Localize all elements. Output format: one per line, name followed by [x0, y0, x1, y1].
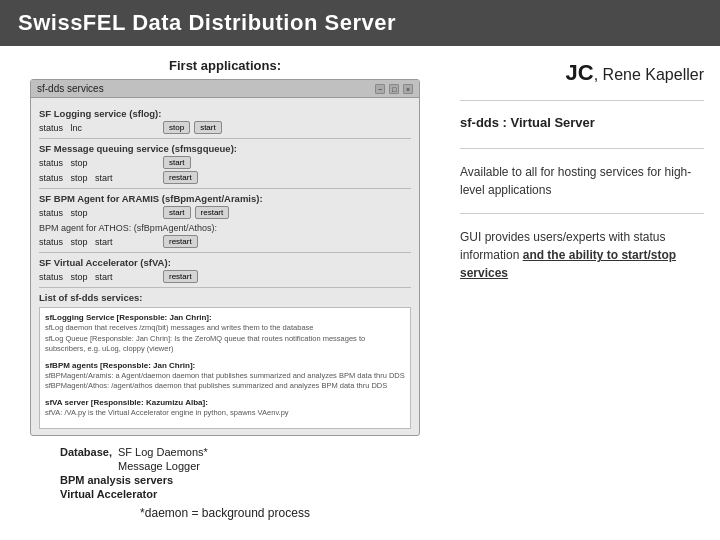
- annotation-row-msglogger: Message Logger: [60, 460, 420, 472]
- info-block-sf-dds: sf-dds : Virtual Server: [460, 115, 704, 134]
- annotation-va-label: Virtual Accelerator: [60, 488, 157, 500]
- gui-window: sf-dds services − □ × SF Logging service…: [30, 79, 420, 436]
- gui-btn-restart-bpm[interactable]: restart: [195, 206, 230, 219]
- bottom-label: *daemon = background process: [30, 506, 420, 520]
- gui-divider-1: [39, 138, 411, 139]
- list-entry-title-1: sfLogging Service [Responsble: Jan Chrin…: [45, 312, 405, 323]
- gui-service-row-bpm-2: status stop start restart: [39, 235, 411, 248]
- gui-divider-3: [39, 252, 411, 253]
- right-divider-2: [460, 148, 704, 149]
- annotation-row-bpm: BPM analysis servers: [60, 474, 420, 486]
- gui-btn-start-bpm[interactable]: start: [163, 206, 191, 219]
- annotation-msglogger-text: Message Logger: [118, 460, 200, 472]
- gui-service-row-msgqueue-2: status stop start restart: [39, 171, 411, 184]
- gui-service-name-msgqueue-1: status stop: [39, 158, 159, 168]
- gui-divider-4: [39, 287, 411, 288]
- list-item: sfBPM agents [Responsble: Jan Chrin]: sf…: [45, 360, 405, 392]
- jc-header: JC, Rene Kapeller: [460, 60, 704, 86]
- first-applications-label: First applications:: [169, 58, 281, 73]
- gui-service-name-logging: status lnc: [39, 123, 159, 133]
- annotation-row-database: Database, SF Log Daemons*: [60, 446, 420, 458]
- list-entry-title-3: sfVA server [Responsible: Kazumizu Alba]…: [45, 397, 405, 408]
- right-column: JC, Rene Kapeller sf-dds : Virtual Serve…: [450, 46, 720, 536]
- gui-btn-start-logging[interactable]: start: [194, 121, 222, 134]
- gui-service-name-msgqueue-2: status stop start: [39, 173, 159, 183]
- page-title: SwissFEL Data Distribution Server: [18, 10, 396, 35]
- jc-authors: , Rene Kapeller: [594, 66, 704, 83]
- gui-section-msgqueue: SF Message queuing service (sfmsgqueue):: [39, 143, 411, 154]
- list-item: sfVA server [Responsible: Kazumizu Alba]…: [45, 397, 405, 419]
- list-entry-desc-2: sfBPMagent/Aramis: a Agent/daemon daemon…: [45, 371, 405, 392]
- info-block-gui: GUI provides users/experts with status i…: [460, 228, 704, 282]
- gui-service-row-bpm-1: status stop start restart: [39, 206, 411, 219]
- left-column: First applications: sf-dds services − □ …: [0, 46, 450, 536]
- gui-service-row-va: status stop start restart: [39, 270, 411, 283]
- annotation-bpm-label: BPM analysis servers: [60, 474, 173, 486]
- gui-service-row-logging: status lnc stop start: [39, 121, 411, 134]
- gui-btn-restart-bpm-athos[interactable]: restart: [163, 235, 198, 248]
- gui-service-name-va: status stop start: [39, 272, 159, 282]
- gui-titlebar: sf-dds services − □ ×: [31, 80, 419, 98]
- right-divider-1: [460, 100, 704, 101]
- gui-close-btn[interactable]: ×: [403, 84, 413, 94]
- gui-btn-restart-va[interactable]: restart: [163, 270, 198, 283]
- annotations-area: Database, SF Log Daemons* Message Logger…: [30, 444, 420, 502]
- gui-btn-start-msgqueue[interactable]: start: [163, 156, 191, 169]
- list-entry-desc-1: sfLog daemon that receives /zmq(bit) mes…: [45, 323, 405, 355]
- gui-btn-stop-logging[interactable]: stop: [163, 121, 190, 134]
- info-block-available: Available to all for hosting services fo…: [460, 163, 704, 199]
- gui-list-title: List of sf-dds services:: [39, 292, 411, 303]
- gui-divider-2: [39, 188, 411, 189]
- gui-service-name-bpm-1: status stop: [39, 208, 159, 218]
- right-divider-3: [460, 213, 704, 214]
- page-header: SwissFEL Data Distribution Server: [0, 0, 720, 46]
- gui-list-area: sfLogging Service [Responsble: Jan Chrin…: [39, 307, 411, 429]
- gui-window-title: sf-dds services: [37, 83, 104, 94]
- gui-maximize-btn[interactable]: □: [389, 84, 399, 94]
- gui-btn-restart-msgqueue[interactable]: restart: [163, 171, 198, 184]
- info-title-sf-dds: sf-dds : Virtual Server: [460, 115, 704, 130]
- gui-service-name-bpm-2: status stop start: [39, 237, 159, 247]
- gui-titlebar-buttons: − □ ×: [375, 84, 413, 94]
- highlight-start-stop: and the ability to start/stop services: [460, 248, 676, 280]
- gui-section-va: SF Virtual Accelerator (sfVA):: [39, 257, 411, 268]
- gui-body: SF Logging service (sflog): status lnc s…: [31, 98, 419, 435]
- info-body-gui: GUI provides users/experts with status i…: [460, 228, 704, 282]
- gui-section-bpm-aramis: SF BPM Agent for ARAMIS (sfBpmAgent/Aram…: [39, 193, 411, 204]
- annotation-row-va: Virtual Accelerator: [60, 488, 420, 500]
- gui-section-bpm-athos: BPM agent for ATHOS: (sfBpmAgent/Athos):: [39, 223, 411, 233]
- list-entry-desc-3: sfVA: /VA.py is the Virtual Accelerator …: [45, 408, 405, 419]
- main-content: First applications: sf-dds services − □ …: [0, 46, 720, 536]
- jc-initials: JC: [566, 60, 594, 85]
- annotation-database-label: Database,: [60, 446, 112, 458]
- list-item: sfLogging Service [Responsble: Jan Chrin…: [45, 312, 405, 355]
- gui-minimize-btn[interactable]: −: [375, 84, 385, 94]
- annotation-sflog-text: SF Log Daemons*: [118, 446, 208, 458]
- info-body-available: Available to all for hosting services fo…: [460, 163, 704, 199]
- gui-section-logging: SF Logging service (sflog):: [39, 108, 411, 119]
- gui-service-row-msgqueue-1: status stop start: [39, 156, 411, 169]
- list-entry-title-2: sfBPM agents [Responsble: Jan Chrin]:: [45, 360, 405, 371]
